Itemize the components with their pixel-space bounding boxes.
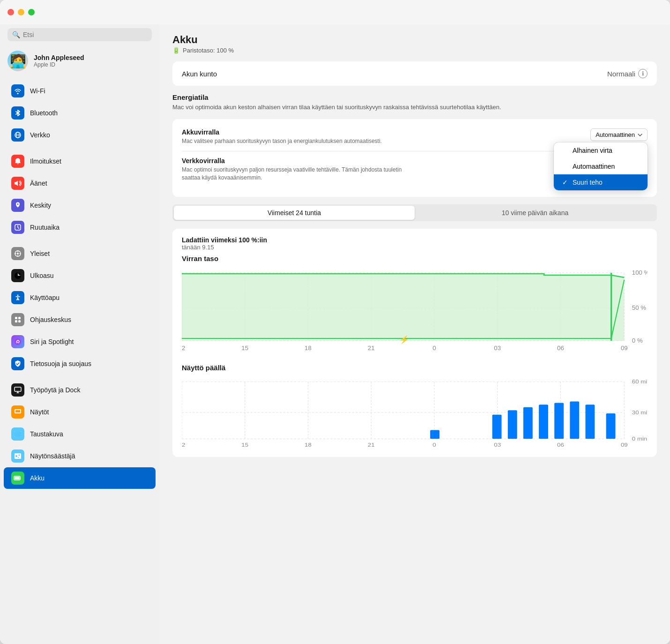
sidebar-item-wifi[interactable]: Wi-Fi [4,80,156,102]
svg-point-20 [15,455,17,457]
sidebar-item-desktop[interactable]: Työpöytä ja Dock [4,379,156,401]
svg-text:30 min: 30 min [632,409,648,415]
svg-text:⚡: ⚡ [399,335,410,344]
energiatila-card: Akkuvirralla Mac valitsee parhaan suorit… [172,119,657,196]
sidebar-item-sound[interactable]: Äänet [4,172,156,194]
close-button[interactable] [7,9,14,15]
svg-rect-60 [430,430,439,439]
power-chart-title: Virran taso [182,255,648,262]
dropdown-option-auto[interactable]: Automaattinen [554,158,648,174]
svg-rect-65 [554,403,564,439]
sidebar: 🔍 🧑‍💻 John Appleseed Apple ID [0,24,159,644]
sidebar-item-label: Näytönsäästäjä [30,452,75,460]
dropdown-option-high[interactable]: ✓ Suuri teho [554,174,648,190]
time-tabs: Viimeiset 24 tuntia 10 viime päivän aika… [172,204,657,221]
tab-10d[interactable]: 10 viime päivän aikana [415,206,655,220]
charge-title: Ladattiin viimeksi 100 %:iin [182,236,648,244]
minimize-button[interactable] [18,9,24,15]
sidebar-item-privacy[interactable]: Tietosuoja ja suojaus [4,353,156,374]
sidebar-item-wallpaper[interactable]: Taustakuva [4,423,156,445]
akkuvirralla-section: Akkuvirralla Mac valitsee parhaan suorit… [182,128,648,151]
sidebar-item-focus[interactable]: Keskity [4,195,156,216]
sidebar-item-accessibility[interactable]: Käyttöapu [4,287,156,308]
akkuvirralla-header: Akkuvirralla Mac valitsee parhaan suorit… [182,128,648,145]
sidebar-item-displays[interactable]: Näytöt [4,401,156,423]
svg-rect-61 [492,414,502,439]
sidebar-item-siri[interactable]: Siri ja Spotlight [4,331,156,352]
svg-text:50 %: 50 % [632,305,646,311]
sidebar-item-screentime[interactable]: Ruutuaika [4,217,156,238]
main-window: 🔍 🧑‍💻 John Appleseed Apple ID [0,0,670,644]
sidebar-section: Wi-Fi Bluetooth [0,79,159,490]
sidebar-item-notifications[interactable]: Ilmoitukset [4,150,156,172]
accessibility-icon [11,291,24,304]
health-value-text: Normaali [607,70,635,78]
option-label-auto: Automaattinen [573,163,615,170]
search-input[interactable] [23,31,147,38]
svg-text:0 min: 0 min [632,436,648,442]
dropdown-value: Automaattinen [596,131,635,138]
akkuvirralla-title: Akkuvirralla [182,128,382,136]
dropdown-popup: Alhainen virta Automaattinen ✓ Suuri teh… [554,142,648,190]
battery-icon [11,472,24,485]
health-info-button[interactable]: ℹ [638,69,648,78]
content-area: Akku 🔋 Paristotaso: 100 % Akun kunto Nor… [159,24,670,644]
sidebar-item-appearance[interactable]: Ulkoasu [4,265,156,286]
siri-icon [11,335,24,348]
titlebar [0,0,670,24]
health-label: Akun kunto [182,70,217,78]
avatar: 🧑‍💻 [7,51,28,71]
general-icon [11,247,24,260]
sidebar-item-battery[interactable]: Akku [4,467,156,489]
page-title: Akku [172,34,657,46]
svg-text:21: 21 [368,345,375,351]
svg-rect-11 [15,320,17,322]
sidebar-item-general[interactable]: Yleiset [4,243,156,264]
svg-rect-62 [508,410,517,439]
svg-text:60 min: 60 min [632,379,648,385]
user-profile[interactable]: 🧑‍💻 John Appleseed Apple ID [0,47,159,79]
svg-rect-12 [18,320,21,322]
sidebar-item-bluetooth[interactable]: Bluetooth [4,102,156,124]
search-bar[interactable]: 🔍 [7,28,152,41]
sidebar-item-label: Käyttöapu [30,294,60,301]
focus-icon [11,199,24,212]
svg-point-22 [18,457,19,458]
svg-rect-18 [15,431,21,437]
sidebar-item-label: Työpöytä ja Dock [30,386,80,394]
sidebar-item-label: Siri ja Spotlight [30,338,74,345]
energiatila-title: Energiatila [172,93,657,101]
svg-rect-10 [18,317,21,319]
tab-24h[interactable]: Viimeiset 24 tuntia [174,206,415,220]
svg-text:15: 15 [241,345,248,351]
battery-status-text: Paristotaso: 100 % [183,47,234,54]
sidebar-item-network[interactable]: Verkko [4,124,156,146]
svg-point-21 [19,455,20,456]
sidebar-item-control[interactable]: Ohjauskeskus [4,309,156,330]
svg-rect-67 [585,404,595,439]
wallpaper-icon [11,427,24,441]
sidebar-item-screensaver[interactable]: Näytönsäästäjä [4,445,156,467]
traffic-lights [7,9,35,15]
screensaver-icon [11,449,24,463]
svg-rect-68 [606,413,616,438]
dropdown-option-low[interactable]: Alhainen virta [554,142,648,158]
sidebar-item-label: Akku [30,474,45,482]
svg-text:0 %: 0 % [632,337,643,344]
svg-point-3 [17,203,19,205]
maximize-button[interactable] [28,9,35,15]
sidebar-item-label: Yleiset [30,250,50,257]
option-label-low: Alhainen virta [573,147,612,154]
power-chart-container: Ladattiin viimeksi 100 %:iin tänään 9.15… [172,229,657,457]
power-chart-area: ⚡ 100 % 50 % 0 % 12 15 18 21 0 03 [182,268,648,354]
akkuvirralla-desc: Mac valitsee parhaan suorituskyvyn tason… [182,137,382,145]
sidebar-item-label: Tietosuoja ja suojaus [30,360,91,367]
power-chart-svg: ⚡ 100 % 50 % 0 % 12 15 18 21 0 03 [182,268,648,352]
sidebar-item-label: Äänet [30,180,47,187]
akkuvirralla-dropdown[interactable]: Automaattinen [590,128,648,141]
svg-text:06: 06 [557,442,564,448]
svg-rect-24 [15,477,20,479]
option-label-high: Suuri teho [573,179,603,186]
sidebar-item-label: Ohjauskeskus [30,316,71,323]
page-header: Akku 🔋 Paristotaso: 100 % [172,34,657,54]
